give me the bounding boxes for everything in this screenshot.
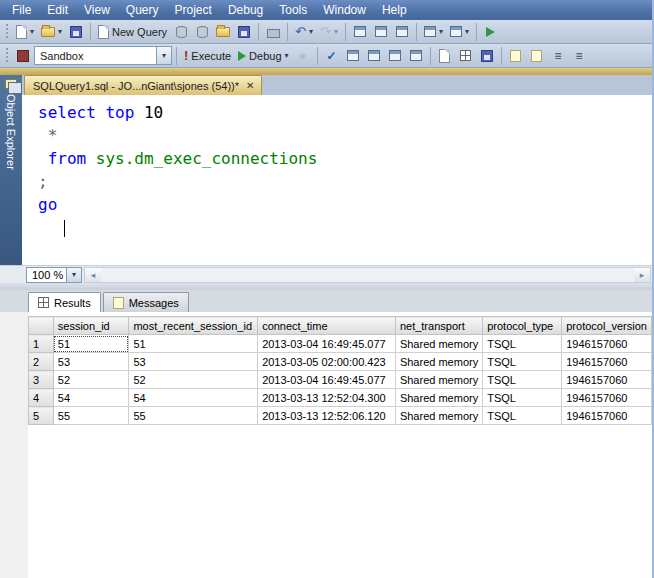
grid-cell[interactable]: 54 [53, 389, 129, 407]
grid-cell[interactable]: 51 [129, 335, 258, 353]
new-file-button[interactable]: ▾ [13, 21, 37, 42]
template-explorer-button[interactable] [392, 21, 412, 42]
uncomment-button[interactable] [527, 45, 547, 66]
grid-cell[interactable]: 2013-03-13 12:52:04.300 [258, 389, 396, 407]
comment-button[interactable] [506, 45, 526, 66]
grid-row-header[interactable]: 3 [29, 371, 54, 389]
include-actual-plan-button[interactable] [385, 45, 405, 66]
grid-cell[interactable]: 55 [53, 407, 129, 425]
scrollbar-track[interactable] [101, 268, 634, 282]
horizontal-scrollbar[interactable]: ◂ ▸ [84, 267, 651, 283]
grid-cell[interactable]: 2013-03-04 16:49:45.077 [258, 371, 396, 389]
grid-cell[interactable]: Shared memory [395, 389, 482, 407]
new-query-button[interactable]: New Query [95, 21, 170, 42]
save-all-button[interactable] [234, 21, 254, 42]
grid-row-header[interactable]: 1 [29, 335, 54, 353]
tab-results[interactable]: Results [28, 292, 101, 312]
scroll-left-arrow[interactable]: ◂ [85, 268, 101, 282]
grid-cell[interactable]: 53 [53, 353, 129, 371]
toolbar-grip[interactable] [4, 48, 9, 64]
menu-project[interactable]: Project [167, 1, 220, 19]
save-button[interactable] [66, 21, 86, 42]
object-explorer-button[interactable] [371, 21, 391, 42]
parse-button[interactable]: ✓ [322, 45, 342, 66]
sql-editor[interactable]: select top 10 * from sys.dm_exec_connect… [22, 95, 652, 265]
zoom-combo[interactable]: 100 % ▾ [26, 267, 82, 283]
client-statistics-button[interactable] [406, 45, 426, 66]
toolbar-grip[interactable] [4, 24, 9, 40]
grid-cell[interactable]: 51 [53, 335, 129, 353]
debug-button[interactable]: Debug▾ [235, 45, 291, 66]
menu-debug[interactable]: Debug [220, 1, 271, 19]
change-connection-button[interactable] [13, 45, 33, 66]
results-to-file-button[interactable] [477, 45, 497, 66]
menu-file[interactable]: File [4, 1, 39, 19]
menu-view[interactable]: View [76, 1, 118, 19]
open-file-button[interactable]: ▾ [38, 21, 65, 42]
open-query-file-button[interactable] [213, 21, 233, 42]
grid-row-header[interactable]: 4 [29, 389, 54, 407]
grid-cell[interactable]: 1946157060 [562, 371, 652, 389]
start-debugging-button[interactable] [481, 21, 501, 42]
grid-cell[interactable]: TSQL [483, 335, 562, 353]
window-list-button[interactable]: ▾ [421, 21, 446, 42]
grid-cell[interactable]: TSQL [483, 389, 562, 407]
grid-column-header[interactable]: net_transport [395, 317, 482, 335]
tab-messages[interactable]: Messages [103, 292, 189, 312]
grid-row-header[interactable]: 2 [29, 353, 54, 371]
results-splitter[interactable] [0, 283, 652, 290]
grid-cell[interactable]: Shared memory [395, 353, 482, 371]
scroll-right-arrow[interactable]: ▸ [634, 268, 650, 282]
decrease-indent-button[interactable]: ≡ [548, 45, 568, 66]
close-icon[interactable]: ✕ [245, 80, 255, 91]
grid-row-header[interactable]: 5 [29, 407, 54, 425]
database-engine-query-button[interactable] [171, 21, 191, 42]
grid-cell[interactable]: 55 [129, 407, 258, 425]
menu-window[interactable]: Window [315, 1, 374, 19]
cancel-query-button[interactable]: ■ [293, 45, 313, 66]
grid-cell[interactable]: TSQL [483, 353, 562, 371]
grid-cell[interactable]: Shared memory [395, 407, 482, 425]
grid-cell[interactable]: 1946157060 [562, 335, 652, 353]
grid-cell[interactable]: 2013-03-04 16:49:45.077 [258, 335, 396, 353]
menu-query[interactable]: Query [118, 1, 167, 19]
database-combo-dropdown[interactable]: ▾ [156, 47, 171, 64]
grid-cell[interactable]: 52 [129, 371, 258, 389]
increase-indent-button[interactable]: ≡ [569, 45, 589, 66]
grid-cell[interactable]: Shared memory [395, 335, 482, 353]
grid-column-header[interactable]: most_recent_session_id [129, 317, 258, 335]
redo-button[interactable]: ↷▾ [317, 21, 341, 42]
document-tab[interactable]: SQLQuery1.sql - JO...nGiant\sjones (54))… [24, 75, 262, 95]
grid-cell[interactable]: Shared memory [395, 371, 482, 389]
query-options-button[interactable] [364, 45, 384, 66]
grid-cell[interactable]: 2013-03-05 02:00:00.423 [258, 353, 396, 371]
grid-cell[interactable]: 54 [129, 389, 258, 407]
estimated-plan-button[interactable] [343, 45, 363, 66]
results-to-grid-button[interactable] [456, 45, 476, 66]
grid-cell[interactable]: 2013-03-13 12:52:06.120 [258, 407, 396, 425]
grid-cell[interactable]: TSQL [483, 371, 562, 389]
grid-cell[interactable]: TSQL [483, 407, 562, 425]
undo-button[interactable]: ↶▾ [292, 21, 316, 42]
menu-help[interactable]: Help [374, 1, 415, 19]
grid-cell[interactable]: 1946157060 [562, 353, 652, 371]
execute-button[interactable]: !Execute [181, 45, 234, 66]
grid-cell[interactable]: 53 [129, 353, 258, 371]
grid-column-header[interactable]: protocol_version [562, 317, 652, 335]
print-button[interactable] [263, 21, 283, 42]
grid-corner-header[interactable] [29, 317, 54, 335]
menu-tools[interactable]: Tools [271, 1, 315, 19]
object-explorer-collapsed-tab[interactable]: Object Explorer [0, 75, 22, 265]
zoom-dropdown[interactable]: ▾ [66, 268, 81, 282]
grid-cell[interactable]: 1946157060 [562, 407, 652, 425]
analysis-query-button[interactable] [192, 21, 212, 42]
grid-cell[interactable]: 52 [53, 371, 129, 389]
grid-column-header[interactable]: session_id [53, 317, 129, 335]
results-to-text-button[interactable] [435, 45, 455, 66]
grid-column-header[interactable]: connect_time [258, 317, 396, 335]
grid-column-header[interactable]: protocol_type [483, 317, 562, 335]
menu-edit[interactable]: Edit [39, 1, 76, 19]
available-databases-combo[interactable]: Sandbox ▾ [34, 46, 172, 65]
properties-window-button[interactable]: ▾ [447, 21, 472, 42]
grid-cell[interactable]: 1946157060 [562, 389, 652, 407]
